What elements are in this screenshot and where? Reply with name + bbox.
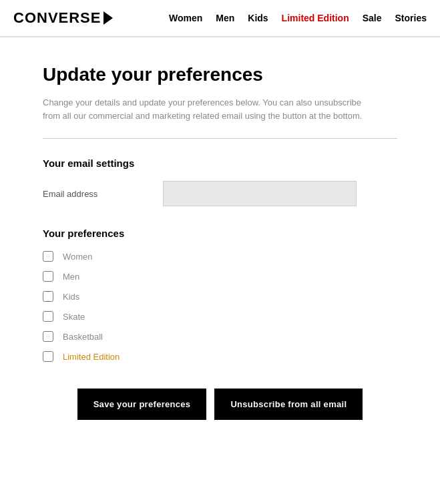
logo-arrow-icon xyxy=(103,11,113,25)
nav-men[interactable]: Men xyxy=(216,13,234,23)
preference-label-basketball[interactable]: Basketball xyxy=(63,332,103,342)
preference-item-men: Men xyxy=(43,271,397,282)
preference-label-men[interactable]: Men xyxy=(63,272,79,282)
nav-women[interactable]: Women xyxy=(169,13,202,23)
unsubscribe-button[interactable]: Unsubscribe from all email xyxy=(214,389,363,420)
main-content: Update your preferences Change your deta… xyxy=(0,37,440,447)
preference-label-kids[interactable]: Kids xyxy=(63,292,79,302)
preference-item-kids: Kids xyxy=(43,291,397,302)
checkbox-basketball[interactable] xyxy=(43,331,53,342)
checkbox-skate[interactable] xyxy=(43,311,53,322)
nav-sale[interactable]: Sale xyxy=(363,13,382,23)
preference-item-women: Women xyxy=(43,251,397,262)
email-settings-row: Email address xyxy=(43,181,397,206)
checkbox-limited-edition[interactable] xyxy=(43,351,53,362)
site-logo[interactable]: CONVERSE xyxy=(13,9,113,27)
site-header: CONVERSE Women Men Kids Limited Edition … xyxy=(0,0,440,37)
preference-label-women[interactable]: Women xyxy=(63,252,93,262)
email-settings-title: Your email settings xyxy=(43,158,397,169)
preferences-section: Your preferences Women Men Kids Skate Ba… xyxy=(43,228,397,362)
preference-item-basketball: Basketball xyxy=(43,331,397,342)
checkbox-women[interactable] xyxy=(43,251,53,262)
preference-item-limited: Limited Edition xyxy=(43,351,397,362)
page-title: Update your preferences xyxy=(43,64,397,85)
nav-stories[interactable]: Stories xyxy=(395,13,427,23)
checkbox-kids[interactable] xyxy=(43,291,53,302)
preferences-title: Your preferences xyxy=(43,228,397,239)
main-nav: Women Men Kids Limited Edition Sale Stor… xyxy=(169,13,427,23)
divider xyxy=(43,138,397,139)
page-subtitle: Change your details and update your pref… xyxy=(43,96,377,122)
preference-label-limited[interactable]: Limited Edition xyxy=(63,352,120,362)
email-input[interactable] xyxy=(163,181,357,206)
preference-item-skate: Skate xyxy=(43,311,397,322)
logo-text: CONVERSE xyxy=(13,9,101,27)
email-label: Email address xyxy=(43,189,163,199)
checkbox-men[interactable] xyxy=(43,271,53,282)
preference-label-skate[interactable]: Skate xyxy=(63,312,85,322)
action-buttons: Save your preferences Unsubscribe from a… xyxy=(43,389,397,420)
save-preferences-button[interactable]: Save your preferences xyxy=(77,389,207,420)
nav-limited-edition[interactable]: Limited Edition xyxy=(282,13,349,23)
nav-kids[interactable]: Kids xyxy=(248,13,268,23)
